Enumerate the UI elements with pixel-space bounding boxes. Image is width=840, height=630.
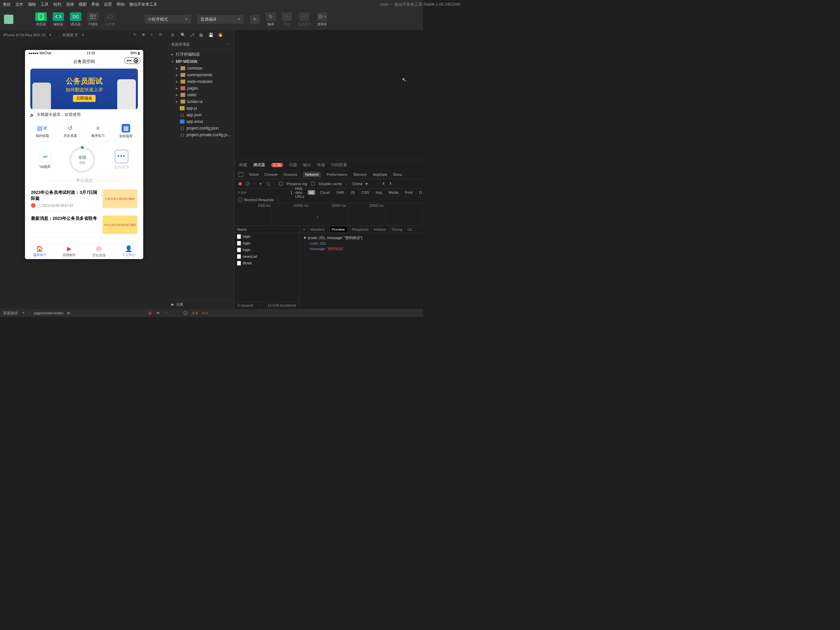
cloud-button[interactable] <box>104 12 116 21</box>
popout-icon[interactable]: ⧉ <box>159 32 164 38</box>
folder-tuniao[interactable]: ▶tuniao-ui <box>168 98 234 105</box>
request-row[interactable]: login <box>234 233 299 240</box>
remote-button[interactable]: ⚙ <box>299 12 309 21</box>
menu-project[interactable]: 项目 <box>3 2 11 7</box>
tab-video[interactable]: ▶视频解析 <box>55 243 84 259</box>
panel-storage[interactable]: Stora <box>393 172 402 177</box>
record-icon[interactable] <box>238 182 242 185</box>
compile-button[interactable]: ↻ <box>266 12 276 21</box>
disable-cache-checkbox[interactable] <box>311 182 315 185</box>
menu-help[interactable]: 帮助 <box>117 2 125 7</box>
bug-icon[interactable]: 🐞 <box>148 311 152 315</box>
dtab-response[interactable]: Response <box>352 227 369 231</box>
rotate-icon[interactable]: ↻ <box>133 32 139 38</box>
throttle-select[interactable]: Online ▼ <box>351 182 373 186</box>
dtab-preview[interactable]: Preview <box>330 227 347 232</box>
menu-settings[interactable]: 设置 <box>104 2 112 7</box>
ext-icon[interactable]: ▦ <box>199 33 204 37</box>
tab-debugger[interactable]: 调试器 <box>253 162 265 168</box>
simulator-button[interactable] <box>35 12 47 21</box>
preview-button[interactable]: 👁 <box>282 12 292 21</box>
banner-cta[interactable]: 立即报名 <box>73 95 96 102</box>
folder-pages[interactable]: ▶pages <box>168 85 234 92</box>
filter-input[interactable] <box>238 191 284 194</box>
debugger-button[interactable] <box>70 12 81 21</box>
compile-scheme-select[interactable]: 普通编译▼ <box>197 15 244 24</box>
tab-output[interactable]: 输出 <box>303 162 311 168</box>
download-icon[interactable]: ⬇ <box>389 182 392 186</box>
tile-all[interactable]: ▦全部题库 <box>114 122 138 141</box>
phone-simulator[interactable]: ●●●●● WeChat 13:33 99% ▮ 公务员空间 ••• 公务员面试… <box>25 50 143 259</box>
menu-wxdev[interactable]: 微信开发者工具 <box>129 2 157 7</box>
menu-view[interactable]: 视图 <box>79 2 87 7</box>
close-detail-icon[interactable]: × <box>303 227 305 231</box>
banner[interactable]: 公务员面试 如何翻盘快速上岸 立即报名 <box>30 69 138 109</box>
panel-network[interactable]: Network <box>303 172 321 177</box>
refresh-button[interactable]: ↻ <box>250 15 260 24</box>
folder-nodemodules[interactable]: ▶node-modules <box>168 78 234 85</box>
vip-button[interactable]: VIPVip题库 <box>39 150 51 169</box>
dtab-headers[interactable]: Headers <box>310 227 324 231</box>
files-icon[interactable]: ⧉ <box>171 33 176 37</box>
panel-appdata[interactable]: AppData <box>373 172 387 177</box>
search-icon[interactable]: 🔍 <box>180 33 185 37</box>
visualize-button[interactable] <box>87 12 99 21</box>
panel-wxml[interactable]: Wxml <box>249 172 259 177</box>
preserve-checkbox[interactable] <box>279 182 283 185</box>
folder-static[interactable]: ▶static <box>168 92 234 98</box>
branch-icon[interactable]: ⎇ <box>190 33 194 37</box>
file-appjson[interactable]: { }app.json <box>168 112 234 118</box>
panel-memory[interactable]: Memory <box>354 172 367 177</box>
route-label[interactable]: 页面路径 <box>3 311 18 316</box>
type-js[interactable]: JS <box>349 190 357 195</box>
capsule-button[interactable]: ••• <box>124 57 141 64</box>
panel-performance[interactable]: Performance <box>327 172 348 177</box>
request-row[interactable]: newsList <box>234 253 299 260</box>
type-xhr[interactable]: XHR <box>335 190 346 195</box>
progress-ring[interactable]: 全部 0% <box>69 147 95 173</box>
dtab-timing[interactable]: Timing <box>392 227 403 231</box>
project-avatar[interactable] <box>4 15 13 24</box>
explorer-more-icon[interactable]: ⋯ <box>227 42 231 47</box>
menu-goto[interactable]: 转到 <box>53 2 61 7</box>
hot-reload-label[interactable]: 热重载 开 <box>63 33 78 38</box>
mode-select[interactable]: 小程序模式▼ <box>145 15 191 24</box>
blocked-checkbox[interactable] <box>238 198 242 201</box>
tile-past[interactable]: ↺历史真题 <box>58 122 82 141</box>
tab-practice[interactable]: 🏠题库练习 <box>25 243 55 259</box>
menu-tools[interactable]: 工具 <box>41 2 49 7</box>
dtab-initiator[interactable]: Initiator <box>374 227 386 231</box>
filter-icon[interactable]: ▼ <box>259 182 262 186</box>
request-row[interactable]: titotal <box>234 260 299 266</box>
more-icon[interactable]: ••• <box>126 58 131 63</box>
menu-select[interactable]: 选择 <box>66 2 74 7</box>
root-folder[interactable]: ▼MP-WEIXIN <box>168 58 234 65</box>
tab-quality[interactable]: 代码质量 <box>331 162 347 168</box>
more-icon[interactable]: ⋯ <box>164 311 167 315</box>
tile-mistakes[interactable]: ▤✕我的错题 <box>30 122 54 141</box>
device-label[interactable]: iPhone 6/7/8 Plus 85% 16 <box>3 33 46 37</box>
file-projectconfig[interactable]: { }project.config.json <box>168 125 234 131</box>
tab-history[interactable]: ㊞历史真题 <box>84 243 114 259</box>
tab-issues[interactable]: 问题 <box>289 162 297 168</box>
name-header[interactable]: Name <box>234 226 299 233</box>
menu-edit[interactable]: 编辑 <box>28 2 36 7</box>
tab-build[interactable]: 构建 <box>239 162 247 168</box>
clear-icon[interactable] <box>246 182 250 186</box>
response-preview[interactable]: ▼ {code: 201, message: "密码错误"} code: 201… <box>300 233 423 254</box>
file-appjs[interactable]: JSapp.js <box>168 105 234 112</box>
type-all[interactable]: All <box>308 190 315 195</box>
type-img[interactable]: Img <box>374 190 384 195</box>
copy-icon[interactable]: ⧉ <box>67 311 70 315</box>
editor-button[interactable] <box>53 12 64 21</box>
warn-count[interactable]: ⚠ 0 <box>191 311 198 315</box>
upload-icon[interactable]: ⬆ <box>382 182 385 186</box>
menu-file[interactable]: 文件 <box>15 2 23 7</box>
open-editors[interactable]: ▶打开的编辑器 <box>168 51 234 58</box>
panel-console[interactable]: Console <box>264 172 278 177</box>
save-icon[interactable]: 💾 <box>208 33 213 37</box>
noentry-icon[interactable] <box>183 311 188 315</box>
folder-common[interactable]: ▶common <box>168 65 234 72</box>
type-cloud[interactable]: Cloud <box>318 190 332 195</box>
menu-ui[interactable]: 界面 <box>91 2 99 7</box>
